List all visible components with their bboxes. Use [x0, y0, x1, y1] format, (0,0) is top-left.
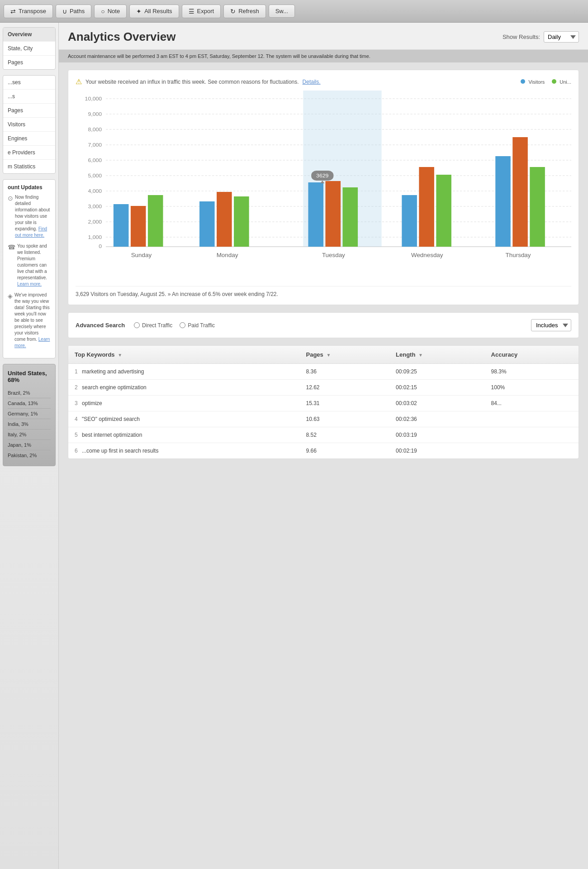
country-brazil: Brazil, 2%	[8, 388, 51, 398]
show-results-select[interactable]: Daily Weekly Monthly	[544, 31, 579, 43]
keyword-cell-2: 2 search engine optimization	[68, 380, 300, 396]
sidebar-item-state-city[interactable]: State, City	[3, 42, 55, 56]
paid-traffic-option[interactable]: Paid Traffic	[180, 322, 215, 329]
update-icon-2: ☎	[8, 243, 15, 252]
export-button[interactable]: ☰ Export	[182, 5, 221, 18]
update-icon-1: ⊙	[8, 194, 13, 203]
note-icon: ○	[101, 8, 104, 15]
col-pages[interactable]: Pages ▼	[300, 346, 390, 364]
svg-text:7,000: 7,000	[88, 142, 102, 148]
chart-legend: Visitors Uni...	[521, 79, 571, 85]
country-italy: Italy, 2%	[8, 430, 51, 440]
pages-cell-1: 8.36	[300, 364, 390, 380]
refresh-button[interactable]: ↻ Refresh	[223, 5, 266, 18]
refresh-icon: ↻	[230, 8, 236, 15]
col-length[interactable]: Length ▼	[389, 346, 485, 364]
keywords-table: Top Keywords ▼ Pages ▼ Length ▼ Accura	[68, 346, 579, 458]
countries-panel: United States, 68% Brazil, 2% Canada, 13…	[3, 364, 56, 466]
bar-monday-orange	[217, 192, 232, 247]
chart-container: .grid-line { stroke: #ddd; stroke-width:…	[76, 91, 571, 281]
bar-chart: .grid-line { stroke: #ddd; stroke-width:…	[76, 91, 571, 263]
table-row: 1 marketing and advertising 8.36 00:09:2…	[68, 364, 579, 380]
content: Analytics Overview Show Results: Daily W…	[59, 23, 588, 869]
all-results-button[interactable]: ✦ All Results	[129, 5, 179, 18]
paid-traffic-radio[interactable]	[180, 322, 185, 328]
paths-button[interactable]: ∪ Paths	[56, 5, 91, 18]
countries-title: United States, 68%	[8, 370, 51, 383]
bar-sunday-blue	[114, 204, 129, 247]
bar-tuesday-blue	[308, 182, 323, 247]
country-pakistan: Pakistan, 2%	[8, 450, 51, 460]
pages-cell-5: 8.52	[300, 427, 390, 443]
main-layout: Overview State, City Pages ...ses ...s P…	[0, 23, 588, 869]
svg-text:9,000: 9,000	[88, 111, 102, 117]
pages-cell-4: 10.63	[300, 411, 390, 427]
sidebar-item-pages[interactable]: Pages	[3, 56, 55, 69]
table-row: 3 optimize 15.31 00:03:02 84...	[68, 396, 579, 411]
includes-select[interactable]: Includes Excludes	[531, 319, 571, 331]
bar-tuesday-orange	[325, 181, 341, 247]
direct-traffic-radio[interactable]	[134, 322, 140, 328]
country-canada: Canada, 13%	[8, 398, 51, 409]
direct-traffic-label: Direct Traffic	[142, 322, 172, 329]
chart-summary-text: 3,629 Visitors on Tuesday, August 25. » …	[76, 291, 278, 297]
pages-cell-3: 15.31	[300, 396, 390, 411]
country-japan: Japan, 1%	[8, 440, 51, 450]
sidebar-item-visitors[interactable]: Visitors	[3, 118, 55, 132]
warning-icon: ⚠	[76, 77, 82, 86]
update-item-1: ⊙ Now finding detailed information about…	[8, 194, 51, 239]
sidebar-item-providers[interactable]: e Providers	[3, 146, 55, 160]
alert-banner: Account maintenance will be performed 3 …	[59, 50, 588, 62]
direct-traffic-option[interactable]: Direct Traffic	[134, 322, 172, 329]
chart-section: ⚠ Your website received an influx in tra…	[68, 70, 579, 305]
visitors-legend-label: Visitors	[528, 79, 545, 85]
pages-cell-2: 12.62	[300, 380, 390, 396]
keywords-section: Top Keywords ▼ Pages ▼ Length ▼ Accura	[68, 345, 579, 459]
unique-legend-label: Uni...	[560, 79, 571, 85]
bar-sunday-orange	[131, 206, 146, 247]
update-item-3: ◈ We've improved the way you view data! …	[8, 292, 51, 349]
bar-thursday-green	[530, 167, 545, 247]
svg-text:Wednesday: Wednesday	[411, 252, 443, 258]
pages-sort-icon: ▼	[326, 353, 331, 358]
advanced-search: Advanced Search Direct Traffic Paid Traf…	[68, 312, 579, 338]
updates-title: ount Updates	[8, 184, 51, 191]
bar-wednesday-orange	[419, 167, 434, 247]
sidebar-item-ses[interactable]: ...ses	[3, 76, 55, 90]
note-button[interactable]: ○ Note	[94, 5, 127, 18]
svg-text:0: 0	[99, 244, 102, 249]
sidebar-item-engines[interactable]: Engines	[3, 132, 55, 146]
chart-header: ⚠ Your website received an influx in tra…	[76, 77, 571, 86]
switch-button[interactable]: Sw...	[269, 5, 295, 18]
svg-text:10,000: 10,000	[85, 96, 102, 101]
accuracy-cell-5	[485, 427, 579, 443]
sidebar-item-statistics[interactable]: m Statistics	[3, 160, 55, 173]
chart-summary: 3,629 Visitors on Tuesday, August 25. » …	[76, 286, 571, 297]
sidebar-item-s[interactable]: ...s	[3, 90, 55, 104]
bar-thursday-blue	[495, 156, 511, 247]
chart-details-link[interactable]: Details.	[303, 79, 321, 85]
transpose-button[interactable]: ⇄ Transpose	[4, 5, 53, 18]
bar-tuesday-green	[342, 187, 358, 247]
export-icon: ☰	[189, 8, 194, 15]
length-cell-2: 00:02:15	[389, 380, 485, 396]
sidebar-item-pages2[interactable]: Pages	[3, 104, 55, 118]
col-keyword[interactable]: Top Keywords ▼	[68, 346, 300, 364]
col-accuracy[interactable]: Accuracy	[485, 346, 579, 364]
length-cell-1: 00:09:25	[389, 364, 485, 380]
update-icon-3: ◈	[8, 292, 13, 301]
keyword-cell-4: 4 "SEO" optimized search	[68, 411, 300, 427]
update-link-1[interactable]: Find out more here.	[15, 226, 47, 238]
update-link-2[interactable]: Learn more.	[17, 282, 42, 286]
bar-sunday-green	[148, 195, 163, 247]
sidebar-item-overview[interactable]: Overview	[3, 28, 55, 42]
svg-text:3,000: 3,000	[88, 204, 102, 209]
visitors-legend-dot	[521, 79, 525, 84]
svg-text:Tuesday: Tuesday	[322, 252, 346, 258]
pages-cell-6: 9.66	[300, 443, 390, 459]
svg-text:Thursday: Thursday	[506, 252, 531, 258]
keyword-cell-6: 6 ...come up first in search results	[68, 443, 300, 459]
table-row: 5 best internet optimization 8.52 00:03:…	[68, 427, 579, 443]
unique-legend-dot	[552, 79, 556, 84]
update-link-3[interactable]: Learn more.	[14, 337, 50, 348]
